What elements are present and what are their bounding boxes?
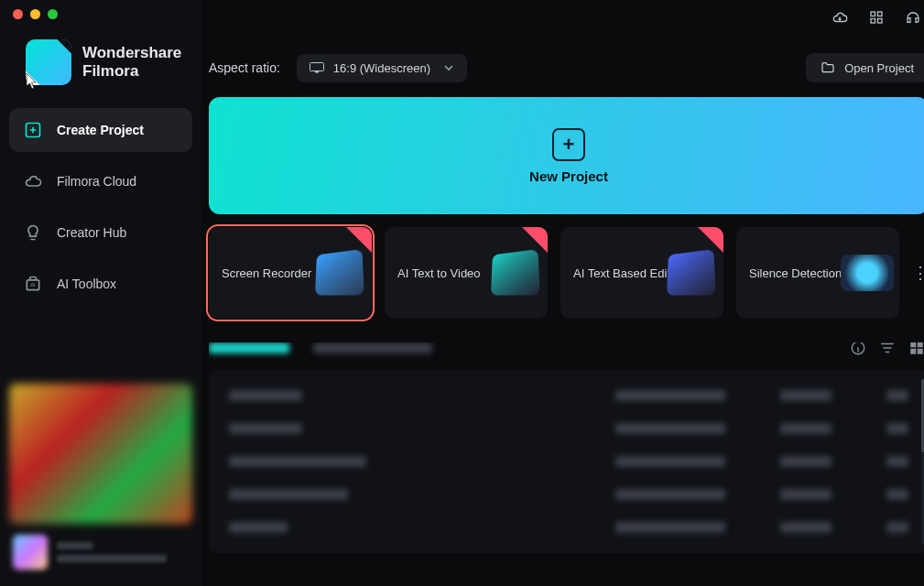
svg-rect-12 xyxy=(910,349,916,354)
tool-art-icon xyxy=(841,255,894,291)
sidebar: Wondershare Filmora Create Project Filmo… xyxy=(0,0,201,586)
project-row-blurred[interactable] xyxy=(229,456,908,467)
tool-card-label: AI Text to Video xyxy=(397,266,481,280)
svg-rect-8 xyxy=(315,71,319,73)
tool-art-icon xyxy=(315,249,364,295)
project-row-blurred[interactable] xyxy=(229,423,908,434)
tool-card-label: Silence Detection xyxy=(749,266,842,280)
sidebar-item-label: Creator Hub xyxy=(57,225,126,240)
open-project-label: Open Project xyxy=(844,61,914,75)
svg-text:AI: AI xyxy=(30,282,36,288)
tool-card-ai-text-to-video[interactable]: AI Text to Video xyxy=(385,227,548,319)
sort-icon[interactable] xyxy=(879,342,896,356)
info-icon[interactable] xyxy=(850,342,866,356)
promo-banner[interactable] xyxy=(9,384,192,524)
open-project-button[interactable]: Open Project xyxy=(806,53,924,82)
projects-view-toggles xyxy=(850,342,924,356)
tool-card-screen-recorder[interactable]: Screen Recorder xyxy=(209,227,372,319)
main-content: Aspect ratio: 16:9 (Widescreen) Open Pro… xyxy=(201,0,924,586)
chevron-down-icon xyxy=(443,62,454,73)
svg-rect-5 xyxy=(871,19,875,24)
main-nav: Create Project Filmora Cloud Creator Hub… xyxy=(9,108,192,306)
tool-card-label: AI Text Based Edit xyxy=(573,266,670,280)
tab-blurred[interactable] xyxy=(313,342,432,353)
more-tools-button[interactable]: ⋮ xyxy=(912,227,924,319)
app-name: Wondershare Filmora xyxy=(82,44,181,80)
tool-card-silence-detection[interactable]: Silence Detection xyxy=(736,227,899,319)
close-window-icon[interactable] xyxy=(13,9,23,19)
tab-blurred[interactable] xyxy=(209,342,289,353)
cloud-download-icon[interactable] xyxy=(832,9,848,26)
mouse-cursor-icon xyxy=(26,73,38,90)
bulb-icon xyxy=(24,223,42,242)
sidebar-item-filmora-cloud[interactable]: Filmora Cloud xyxy=(9,159,192,203)
svg-rect-6 xyxy=(878,19,883,24)
top-icon-bar xyxy=(201,0,924,35)
tool-art-icon xyxy=(667,249,716,295)
svg-rect-7 xyxy=(310,63,323,71)
toolbar: Aspect ratio: 16:9 (Widescreen) Open Pro… xyxy=(201,35,924,97)
avatar xyxy=(13,535,48,570)
new-badge-icon xyxy=(698,227,723,253)
maximize-window-icon[interactable] xyxy=(48,9,58,19)
cloud-icon xyxy=(24,172,42,190)
projects-tabs-blurred xyxy=(209,342,924,353)
sidebar-item-ai-toolbox[interactable]: AI AI Toolbox xyxy=(9,262,192,306)
new-badge-icon xyxy=(346,227,372,253)
svg-rect-10 xyxy=(910,342,916,347)
headset-icon[interactable] xyxy=(905,9,921,26)
sidebar-item-create-project[interactable]: Create Project xyxy=(9,108,192,152)
folder-icon xyxy=(821,60,835,75)
tool-card-ai-text-based-edit[interactable]: AI Text Based Edit xyxy=(560,227,723,319)
sidebar-item-label: AI Toolbox xyxy=(57,277,116,291)
project-row-blurred[interactable] xyxy=(229,522,908,533)
aspect-ratio-dropdown[interactable]: 16:9 (Widescreen) xyxy=(297,54,467,82)
window-traffic-lights xyxy=(9,9,192,19)
svg-rect-3 xyxy=(871,12,875,16)
user-meta-blurred xyxy=(57,542,189,562)
sidebar-item-label: Create Project xyxy=(57,123,144,137)
grid-view-icon[interactable] xyxy=(908,342,924,356)
project-row-blurred[interactable] xyxy=(229,390,908,401)
svg-rect-13 xyxy=(918,349,923,354)
new-badge-icon xyxy=(522,227,548,253)
monitor-icon xyxy=(310,62,324,73)
aspect-ratio-value: 16:9 (Widescreen) xyxy=(333,61,430,75)
ai-box-icon: AI xyxy=(24,275,42,293)
svg-rect-4 xyxy=(878,12,883,16)
tool-card-label: Screen Recorder xyxy=(222,266,311,280)
sidebar-item-creator-hub[interactable]: Creator Hub xyxy=(9,211,192,255)
project-row-blurred[interactable] xyxy=(229,489,908,500)
plus-square-icon xyxy=(24,121,42,139)
new-project-label: New Project xyxy=(529,168,608,184)
projects-list-blurred xyxy=(209,370,924,553)
aspect-ratio-label: Aspect ratio: xyxy=(209,60,280,75)
projects-section xyxy=(209,342,924,586)
svg-rect-11 xyxy=(918,342,923,347)
plus-icon: + xyxy=(552,128,585,161)
new-project-card[interactable]: + New Project xyxy=(209,97,924,214)
sidebar-footer xyxy=(9,384,192,577)
minimize-window-icon[interactable] xyxy=(30,9,40,19)
tool-cards-row: Screen Recorder AI Text to Video AI Text… xyxy=(209,227,924,319)
grid-apps-icon[interactable] xyxy=(868,9,885,26)
sidebar-item-label: Filmora Cloud xyxy=(57,174,136,189)
user-card[interactable] xyxy=(9,531,192,577)
tool-art-icon xyxy=(491,249,540,295)
